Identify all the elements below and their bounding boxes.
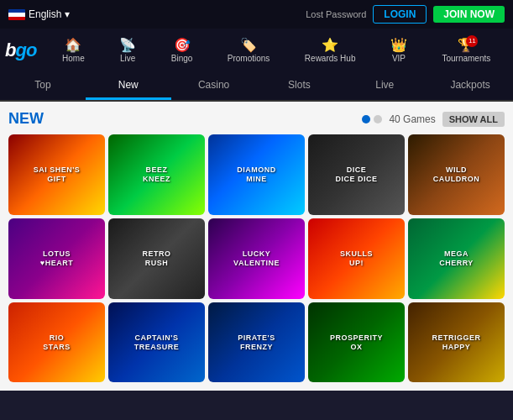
nav-label-live: Live	[120, 54, 135, 63]
game-label-10: MEGACHERRY	[408, 218, 505, 299]
bgo-logo[interactable]: bgo	[5, 39, 36, 61]
dot-1[interactable]	[362, 115, 370, 123]
login-button[interactable]: LOGIN	[373, 5, 427, 24]
game-label-2: BEEZKNEEZ	[108, 134, 205, 215]
game-tile-13[interactable]: PIRATE'SFRENZY	[208, 302, 305, 383]
game-label-1: SAI SHEN'SGIFT	[8, 134, 105, 215]
game-label-8: LUCKYVALENTINE	[208, 218, 305, 299]
nav-label-promotions: Promotions	[228, 54, 270, 63]
game-tile-6[interactable]: LOTUS♥HEART	[8, 218, 105, 299]
section-title: NEW	[8, 110, 44, 128]
lost-password-link[interactable]: Lost Password	[306, 9, 366, 19]
game-tile-8[interactable]: LUCKYVALENTINE	[208, 218, 305, 299]
nav-label-bingo: Bingo	[171, 54, 193, 63]
game-label-6: LOTUS♥HEART	[8, 218, 105, 299]
nav-item-live[interactable]: 📡 Live	[113, 35, 143, 66]
carousel-dots	[362, 115, 382, 123]
tab-live[interactable]: Live	[342, 72, 427, 100]
game-label-15: RETRIGGERHAPPY	[408, 302, 505, 383]
tab-top[interactable]: Top	[0, 72, 86, 100]
flag-icon	[8, 9, 25, 20]
promotions-icon: 🏷️	[240, 39, 257, 52]
tab-jackpots[interactable]: Jackpots	[427, 72, 513, 100]
game-tile-12[interactable]: CAPTAIN'STREASURE	[108, 302, 205, 383]
game-label-5: WILDCAULDRON	[408, 134, 505, 215]
game-tile-3[interactable]: DIAMONDMINE	[208, 134, 305, 215]
game-label-11: RIOSTARS	[8, 302, 105, 383]
live-icon: 📡	[119, 39, 136, 52]
game-tile-1[interactable]: SAI SHEN'SGIFT	[8, 134, 105, 215]
game-tile-11[interactable]: RIOSTARS	[8, 302, 105, 383]
section-meta: 40 Games SHOW ALL	[362, 112, 505, 127]
game-tile-14[interactable]: PROSPERITYOX	[308, 302, 405, 383]
main-navbar: bgo 🏠 Home 📡 Live 🎯 Bingo 🏷️ Promotions …	[0, 29, 513, 72]
tab-new[interactable]: New	[86, 72, 171, 100]
game-label-7: RETRORUSH	[108, 218, 205, 299]
nav-item-home[interactable]: 🏠 Home	[55, 35, 92, 66]
games-grid: SAI SHEN'SGIFTBEEZKNEEZDIAMONDMINEDICEDI…	[8, 134, 505, 382]
nav-item-tournaments[interactable]: 🏆 11 Tournaments	[435, 35, 497, 66]
game-label-13: PIRATE'SFRENZY	[208, 302, 305, 383]
category-tabs: TopNewCasinoSlotsLiveJackpots	[0, 72, 513, 102]
tournament-badge-container: 🏆 11	[458, 39, 474, 52]
game-tile-7[interactable]: RETRORUSH	[108, 218, 205, 299]
nav-label-home: Home	[62, 54, 85, 63]
vip-icon: 👑	[390, 39, 407, 52]
top-header: English ▾ Lost Password LOGIN JOIN NOW	[0, 0, 513, 29]
game-tile-15[interactable]: RETRIGGERHAPPY	[408, 302, 505, 383]
game-label-4: DICEDICE DICE	[308, 134, 405, 215]
tab-slots[interactable]: Slots	[256, 72, 342, 100]
nav-label-tournaments: Tournaments	[442, 54, 490, 63]
game-label-3: DIAMONDMINE	[208, 134, 305, 215]
chevron-down-icon: ▾	[65, 8, 70, 20]
game-label-9: SKULLSUP!	[308, 218, 405, 299]
games-count: 40 Games	[389, 113, 435, 125]
rewards-icon: ⭐	[322, 39, 338, 52]
section-header: NEW 40 Games SHOW ALL	[8, 110, 505, 128]
dot-2[interactable]	[374, 115, 382, 123]
nav-item-bingo[interactable]: 🎯 Bingo	[165, 35, 200, 66]
nav-items-container: 🏠 Home 📡 Live 🎯 Bingo 🏷️ Promotions ⭐ Re…	[44, 35, 508, 66]
game-tile-9[interactable]: SKULLSUP!	[308, 218, 405, 299]
game-tile-2[interactable]: BEEZKNEEZ	[108, 134, 205, 215]
nav-label-rewards: Rewards Hub	[305, 54, 356, 63]
game-tile-4[interactable]: DICEDICE DICE	[308, 134, 405, 215]
main-content: NEW 40 Games SHOW ALL SAI SHEN'SGIFTBEEZ…	[0, 102, 513, 391]
nav-label-vip: VIP	[392, 54, 406, 63]
bingo-icon: 🎯	[174, 39, 191, 52]
nav-item-rewards[interactable]: ⭐ Rewards Hub	[298, 35, 363, 66]
tournament-badge: 11	[466, 35, 478, 47]
nav-item-promotions[interactable]: 🏷️ Promotions	[221, 35, 277, 66]
join-button[interactable]: JOIN NOW	[433, 6, 505, 23]
game-label-12: CAPTAIN'STREASURE	[108, 302, 205, 383]
language-label: English	[29, 8, 61, 20]
game-label-14: PROSPERITYOX	[308, 302, 405, 383]
home-icon: 🏠	[65, 39, 81, 52]
game-tile-5[interactable]: WILDCAULDRON	[408, 134, 505, 215]
tab-casino[interactable]: Casino	[171, 72, 257, 100]
language-selector[interactable]: English ▾	[8, 8, 70, 20]
header-actions: Lost Password LOGIN JOIN NOW	[306, 5, 505, 24]
nav-item-vip[interactable]: 👑 VIP	[384, 35, 414, 66]
game-tile-10[interactable]: MEGACHERRY	[408, 218, 505, 299]
show-all-button[interactable]: SHOW ALL	[442, 112, 505, 127]
